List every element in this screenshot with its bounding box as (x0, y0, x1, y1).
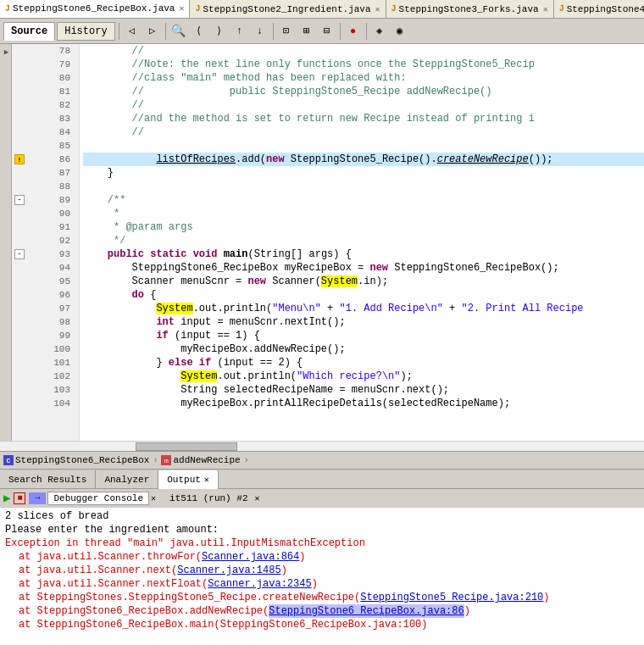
console-line-nextfloat: at java.util.Scanner.nextFloat(Scanner.j… (5, 577, 639, 591)
console-line-ingredient: Please enter the ingredient amount: (5, 523, 639, 537)
at-text-close: ) (299, 550, 305, 564)
debugger-console-close-icon[interactable]: ✕ (151, 493, 156, 503)
prev-button[interactable]: ⟨ (190, 22, 208, 41)
toggle-button[interactable]: ⊡ (277, 22, 296, 41)
next-edit-button[interactable]: ↓ (251, 22, 269, 41)
console-line-exception: Exception in thread "main" java.util.Inp… (5, 537, 639, 550)
tab-analyzer-label: Analyzer (104, 475, 149, 485)
separator (366, 23, 367, 40)
code-line-96: do { (83, 288, 644, 302)
code-line-104: myRecipeBox.printAllRecipeDetails(select… (83, 397, 644, 410)
addnewrecipe-link[interactable]: SteppingStone6_RecipeBox.java:86 (269, 604, 464, 618)
at-text: at java.util.Scanner.next( (19, 564, 177, 577)
createnewrecipe-link[interactable]: SteppingStone5_Recipe.java:210 (360, 591, 543, 604)
tab-search-results-label: Search Results (8, 475, 86, 485)
code-line-84: // (83, 125, 644, 139)
prev-edit-button[interactable]: ↑ (230, 22, 249, 41)
collapse-button[interactable]: ⊟ (318, 22, 336, 41)
tab-analyzer[interactable]: Analyzer (96, 470, 158, 489)
run-button[interactable]: ● (344, 22, 363, 41)
code-editor[interactable]: // //Note: the next line only functions … (80, 44, 644, 441)
next-button[interactable]: ⟩ (210, 22, 229, 41)
console-text: Please enter the ingredient amount: (5, 523, 219, 537)
tab-output[interactable]: Output ✕ (158, 470, 219, 489)
code-line-102: System.out.println("Which recipe?\n"); (83, 370, 644, 383)
code-line-87: } (83, 166, 644, 180)
collapse-left-btn[interactable]: ▶ (2, 47, 10, 56)
history-tab[interactable]: History (57, 22, 114, 41)
code-line-95: Scanner menuScnr = new Scanner(System.in… (83, 275, 644, 288)
method-icon: m (161, 455, 171, 465)
exception-text: Exception in thread "main" java.util.Inp… (5, 537, 365, 550)
tab-forks[interactable]: J SteppingStone3_Forks.java ✕ (386, 0, 554, 19)
separator (119, 23, 119, 40)
code-line-80: //class "main" method has been replaced … (83, 71, 644, 85)
source-tab[interactable]: Source (3, 22, 55, 41)
tab-loop[interactable]: J SteppingStone4_Loop... ✕ (554, 0, 644, 19)
code-line-90: * (83, 207, 644, 220)
code-line-88 (83, 180, 644, 193)
console-line-addnewrecipe: at SteppingStone6_RecipeBox.addNewRecipe… (5, 604, 639, 618)
tab-label: SteppingStone4_Loop... (567, 4, 644, 14)
breadcrumb-bar: C SteppingStone6_RecipeBox › m addNewRec… (0, 451, 644, 470)
tab-label: SteppingStone2_Ingredient.java (203, 4, 371, 14)
at-text: at SteppingStone6_RecipeBox.main(Steppin… (19, 618, 427, 631)
tab-close-icon[interactable]: ✕ (543, 4, 548, 14)
code-line-85 (83, 139, 644, 153)
at-text: at java.util.Scanner.throwFor( (19, 550, 202, 564)
console-text: 2 slices of bread (5, 509, 108, 523)
code-line-93: public static void main(String[] args) { (83, 247, 644, 261)
code-line-94: SteppingStone6_RecipeBox myRecipeBox = n… (83, 261, 644, 275)
zoom-in-button[interactable]: 🔍 (169, 22, 188, 41)
it511-close-icon[interactable]: ✕ (255, 493, 260, 503)
mark-button[interactable]: ◈ (370, 22, 389, 41)
code-line-97: System.out.println("Menu\n" + "1. Add Re… (83, 302, 644, 315)
collapse-93-icon[interactable]: - (14, 249, 25, 259)
debug-stop-icon[interactable]: ■ (14, 492, 25, 504)
tab-search-results[interactable]: Search Results (0, 470, 96, 489)
tab-close-icon[interactable]: ✕ (375, 4, 380, 14)
debugger-toolbar: ▶ ■ → Debugger Console ✕ it511 (run) #2 … (0, 489, 644, 508)
expand-button[interactable]: ⊞ (297, 22, 316, 41)
separator (273, 23, 274, 40)
at-text-close: ) (464, 604, 470, 618)
nextfloat-link[interactable]: Scanner.java:2345 (208, 577, 311, 591)
separator (340, 23, 341, 40)
debugger-console-tab[interactable]: Debugger Console (47, 492, 149, 505)
forward-button[interactable]: ▷ (143, 22, 162, 41)
bottom-tab-bar: Search Results Analyzer Output ✕ (0, 470, 644, 489)
at-text-close: ) (312, 577, 318, 591)
code-line-98: int input = menuScnr.nextInt(); (83, 315, 644, 329)
breadcrumb-method[interactable]: m addNewRecipe (161, 455, 240, 465)
next-link[interactable]: Scanner.java:1485 (177, 564, 280, 577)
code-line-91: * @param args (83, 220, 644, 234)
editor-toolbar: Source History ◁ ▷ 🔍 ⟨ ⟩ ↑ ↓ ⊡ ⊞ ⊟ ● ◈ ◉ (0, 19, 644, 44)
code-line-83: //and the method is set to return new Re… (83, 112, 644, 125)
collapse-89-icon[interactable]: - (14, 195, 25, 205)
back-button[interactable]: ◁ (123, 22, 142, 41)
tab-close-icon[interactable]: ✕ (179, 3, 184, 14)
debug-resume-icon[interactable]: ▶ (3, 491, 10, 505)
breadcrumb-class[interactable]: C SteppingStone6_RecipeBox (3, 455, 149, 465)
at-text: at SteppingStone6_RecipeBox.addNewRecipe… (19, 604, 269, 618)
tab-steppingstone6[interactable]: J SteppingStone6_RecipeBox.java ✕ (0, 0, 190, 19)
horizontal-scrollbar[interactable] (0, 441, 644, 451)
tab-output-close-icon[interactable]: ✕ (204, 475, 209, 485)
at-text: at SteppingStones.SteppingStone5_Recipe.… (19, 591, 360, 604)
warning-icon: ! (14, 154, 25, 164)
bookmark-button[interactable]: ◉ (391, 22, 409, 41)
separator (165, 23, 166, 40)
debug-step-icon[interactable]: → (29, 492, 46, 504)
throwfor-link[interactable]: Scanner.java:864 (202, 550, 299, 564)
breadcrumb-class-label: SteppingStone6_RecipeBox (15, 455, 149, 465)
code-line-101: } else if (input == 2) { (83, 356, 644, 370)
code-line-100: myRecipeBox.addNewRecipe(); (83, 342, 644, 356)
code-line-86: listOfRecipes.add(new SteppingStone5_Rec… (83, 153, 644, 166)
code-line-82: // (83, 98, 644, 112)
tab-ingredient[interactable]: J SteppingStone2_Ingredient.java ✕ (190, 0, 386, 19)
h-scroll-thumb[interactable] (136, 442, 237, 451)
breadcrumb-separator: › (153, 456, 158, 465)
class-icon: C (3, 455, 14, 465)
at-text-close: ) (543, 591, 549, 604)
it511-run-tab[interactable]: it511 (run) #2 (164, 492, 253, 504)
